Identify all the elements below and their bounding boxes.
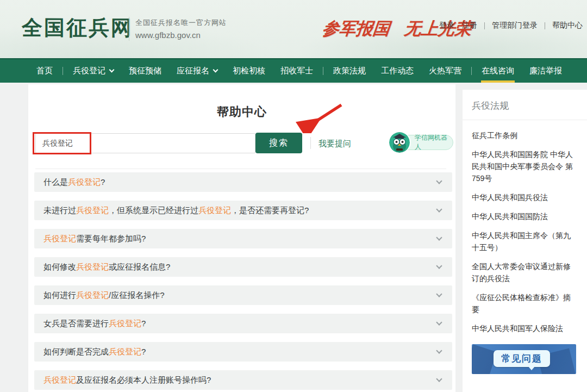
help-center-panel: 帮助中心 搜索 我要提问 学信网机器人 xyxy=(28,84,455,392)
faq-item[interactable]: 如何进行兵役登记/应征报名操作? xyxy=(34,285,452,305)
faq-question: 如何修改兵役登记或应征报名信息? xyxy=(43,262,170,272)
faq-item[interactable]: 女兵是否需要进行兵役登记? xyxy=(34,314,452,333)
site-logo[interactable]: 全国征兵网 xyxy=(22,14,133,42)
help-center-link[interactable]: 帮助中心 xyxy=(552,21,583,30)
sidebar-link[interactable]: 中华人民共和国国防法 xyxy=(472,210,578,222)
nav-item-4[interactable]: 初检初核 xyxy=(225,59,273,83)
nav-item-label: 预征预储 xyxy=(129,66,161,76)
faq-question: 兵役登记需要每年都参加吗? xyxy=(43,234,146,244)
nav-item-label: 工作动态 xyxy=(381,66,414,76)
sidebar-link[interactable]: 全国人大常委会审议通过新修订的兵役法 xyxy=(472,260,578,284)
sidebar-link[interactable]: 中华人民共和国军人保险法 xyxy=(472,322,578,334)
account-links: 登录 注册 管理部门登录 帮助中心 xyxy=(439,21,583,30)
faq-item[interactable]: 什么是兵役登记? xyxy=(34,172,452,192)
nav-item-5[interactable]: 招收军士 xyxy=(273,59,321,83)
faq-banner-bubble: 常见问题 xyxy=(494,350,550,367)
site-tagline: 全国征兵报名唯一官方网站 xyxy=(135,18,227,28)
search-divider xyxy=(310,137,311,149)
faq-item[interactable]: 如何修改兵役登记或应征报名信息? xyxy=(34,257,452,277)
sidebar-link[interactable]: 中华人民共和国兵役法 xyxy=(472,191,578,203)
sidebar-title: 兵役法规 xyxy=(463,90,587,112)
nav-item-0[interactable]: 首页 xyxy=(29,59,60,83)
links-divider xyxy=(484,22,485,29)
nav-divider xyxy=(63,67,63,75)
faq-banner[interactable]: 常见问题 xyxy=(472,344,576,374)
search-button[interactable]: 搜索 xyxy=(255,133,302,153)
nav-item-label: 廉洁举报 xyxy=(529,66,562,76)
sidebar-links: 征兵工作条例中华人民共和国国务院 中华人民共和国中央军事委员会令 第759号中华… xyxy=(463,120,587,334)
robot-owl-icon xyxy=(389,132,410,153)
chevron-down-icon xyxy=(436,291,442,297)
nav-item-label: 政策法规 xyxy=(333,66,366,76)
faq-question: 兵役登记及应征报名必须本人注册账号操作吗? xyxy=(43,375,211,385)
chevron-down-icon xyxy=(436,234,442,240)
nav-item-label: 应征报名 xyxy=(177,66,209,76)
chevron-down-icon xyxy=(436,263,442,269)
links-divider xyxy=(545,22,545,29)
nav-item-3[interactable]: 应征报名 xyxy=(169,59,225,83)
ask-question-link[interactable]: 我要提问 xyxy=(319,139,351,149)
chevron-down-icon xyxy=(436,178,442,184)
faq-question: 什么是兵役登记? xyxy=(43,177,105,188)
nav-item-label: 初检初核 xyxy=(233,66,265,76)
nav-item-label: 在线咨询 xyxy=(482,66,514,76)
nav-item-2[interactable]: 预征预储 xyxy=(121,59,169,83)
xuexin-robot-button[interactable]: 学信网机器人 xyxy=(389,131,454,155)
faq-item[interactable]: 如何判断是否完成兵役登记? xyxy=(34,342,452,362)
admin-login-link[interactable]: 管理部门登录 xyxy=(492,21,538,30)
chevron-down-icon xyxy=(436,376,442,382)
logo-divider xyxy=(129,17,129,41)
login-link[interactable]: 登录 xyxy=(439,21,454,30)
chevron-down-icon xyxy=(436,319,442,325)
nav-divider xyxy=(471,67,472,75)
sidebar-link[interactable]: 《应征公民体格检查标准》摘要 xyxy=(472,291,578,315)
faq-item[interactable]: 未进行过兵役登记，但系统显示已经进行过兵役登记，是否还需要再登记? xyxy=(34,201,452,220)
nav-item-label: 火热军营 xyxy=(429,66,461,76)
search-input[interactable] xyxy=(35,133,255,153)
site-url: www.gfbzb.gov.cn xyxy=(135,30,201,40)
nav-item-label: 首页 xyxy=(36,66,53,76)
nav-item-label: 招收军士 xyxy=(280,66,313,76)
main-nav: 首页兵役登记预征预储应征报名初检初核招收军士政策法规工作动态火热军营在线咨询廉洁… xyxy=(0,58,587,83)
nav-item-label: 兵役登记 xyxy=(73,66,105,76)
nav-item-9[interactable]: 在线咨询 xyxy=(474,59,522,83)
sidebar-laws-panel: 兵役法规 征兵工作条例中华人民共和国国务院 中华人民共和国中央军事委员会令 第7… xyxy=(463,90,587,392)
faq-question: 女兵是否需要进行兵役登记? xyxy=(43,319,146,329)
faq-question: 如何进行兵役登记/应征报名操作? xyxy=(43,290,165,301)
nav-items: 首页兵役登记预征预储应征报名初检初核招收军士政策法规工作动态火热军营在线咨询廉洁… xyxy=(29,59,570,83)
faq-item[interactable]: 兵役登记及应征报名必须本人注册账号操作吗? xyxy=(34,370,452,390)
site-header: 全国征兵网 全国征兵报名唯一官方网站 www.gfbzb.gov.cn 参军报国… xyxy=(0,0,587,58)
faq-question: 如何判断是否完成兵役登记? xyxy=(43,347,146,357)
faq-item[interactable]: 兵役登记需要每年都参加吗? xyxy=(34,229,452,248)
nav-item-1[interactable]: 兵役登记 xyxy=(65,59,121,83)
chevron-down-icon xyxy=(436,206,442,212)
chevron-down-icon xyxy=(109,67,115,73)
nav-item-7[interactable]: 工作动态 xyxy=(373,59,421,83)
faq-question: 未进行过兵役登记，但系统显示已经进行过兵役登记，是否还需要再登记? xyxy=(43,206,309,216)
faq-list: 什么是兵役登记?未进行过兵役登记，但系统显示已经进行过兵役登记，是否还需要再登记… xyxy=(34,172,452,392)
page-title: 帮助中心 xyxy=(28,104,455,120)
sidebar-link[interactable]: 中华人民共和国国务院 中华人民共和国中央军事委员会令 第759号 xyxy=(472,148,578,184)
nav-item-8[interactable]: 火热军营 xyxy=(421,59,469,83)
chevron-down-icon xyxy=(213,67,218,73)
nav-item-10[interactable]: 廉洁举报 xyxy=(522,59,570,83)
chevron-down-icon xyxy=(436,347,442,353)
nav-item-6[interactable]: 政策法规 xyxy=(326,59,373,83)
sidebar-link[interactable]: 中华人民共和国主席令（第九十五号） xyxy=(472,229,578,253)
nav-divider xyxy=(323,67,323,75)
content-divider xyxy=(35,169,446,169)
register-link[interactable]: 注册 xyxy=(462,21,477,30)
sidebar-link[interactable]: 征兵工作条例 xyxy=(472,129,578,141)
